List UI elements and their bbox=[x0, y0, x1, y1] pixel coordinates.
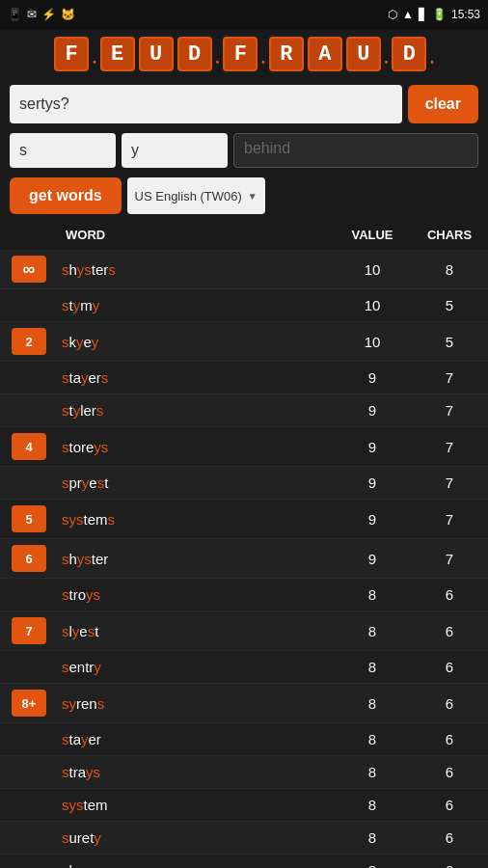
filter-pattern[interactable]: behind bbox=[233, 133, 478, 168]
logo-tile-e: E bbox=[100, 37, 135, 71]
th-word: WORD bbox=[58, 224, 334, 246]
word-cell: stymy bbox=[58, 289, 334, 321]
row-badge: 2 bbox=[0, 322, 58, 361]
row-badge bbox=[0, 300, 58, 312]
logo-tile-u: U bbox=[139, 37, 174, 71]
table-row: 4storeys97 bbox=[0, 427, 488, 467]
chars-cell: 6 bbox=[411, 854, 488, 868]
badge-label: 4 bbox=[12, 433, 46, 460]
table-row: 7slyest86 bbox=[0, 611, 488, 651]
search-input[interactable] bbox=[10, 85, 402, 123]
value-cell: 8 bbox=[334, 615, 411, 647]
row-badge: 6 bbox=[0, 539, 58, 578]
value-cell: 9 bbox=[334, 431, 411, 463]
clear-button[interactable]: clear bbox=[408, 85, 478, 123]
word-cell: system bbox=[58, 789, 334, 821]
value-cell: 9 bbox=[334, 503, 411, 535]
chars-cell: 7 bbox=[411, 394, 488, 426]
battery-icon: 🔋 bbox=[432, 8, 447, 21]
search-area: clear bbox=[0, 79, 488, 129]
chars-cell: 8 bbox=[411, 254, 488, 285]
table-row: 5systems97 bbox=[0, 500, 488, 539]
badge-label: 7 bbox=[12, 617, 46, 644]
value-cell: 10 bbox=[334, 326, 411, 358]
table-row: system86 bbox=[0, 789, 488, 822]
word-cell: spryest bbox=[58, 467, 334, 499]
word-cell: syrens bbox=[58, 688, 334, 719]
word-cell: stroys bbox=[58, 579, 334, 610]
chars-cell: 7 bbox=[411, 362, 488, 393]
value-cell: 9 bbox=[334, 467, 411, 499]
table-row: 8+syrens86 bbox=[0, 684, 488, 723]
row-badge bbox=[0, 865, 58, 869]
badge-label: 5 bbox=[12, 505, 46, 532]
chars-cell: 7 bbox=[411, 503, 488, 535]
badge-label: 2 bbox=[12, 328, 46, 355]
sim-icon: 📱 bbox=[8, 8, 22, 21]
chars-cell: 6 bbox=[411, 789, 488, 821]
row-badge: 4 bbox=[0, 427, 58, 466]
row-badge: 8+ bbox=[0, 684, 58, 722]
notification-icon: 🐱 bbox=[61, 8, 75, 21]
value-cell: 9 bbox=[334, 394, 411, 426]
badge-label: 6 bbox=[12, 545, 46, 572]
dropdown-arrow-icon: ▼ bbox=[248, 191, 258, 202]
word-cell: slyest bbox=[58, 615, 334, 647]
table-row: stylers97 bbox=[0, 394, 488, 427]
row-badge: 7 bbox=[0, 611, 58, 650]
word-cell: stylers bbox=[58, 394, 334, 426]
badge-label: 8+ bbox=[12, 690, 46, 717]
signal-icon: ▋ bbox=[419, 8, 427, 21]
logo-tile-a: A bbox=[308, 37, 342, 71]
table-row: strays86 bbox=[0, 756, 488, 789]
table-row: 2skyey105 bbox=[0, 322, 488, 362]
badge-label: ∞ bbox=[12, 256, 46, 283]
row-badge bbox=[0, 800, 58, 811]
get-words-button[interactable]: get words bbox=[10, 177, 122, 214]
row-badge bbox=[0, 767, 58, 778]
filter-pattern-text: behind bbox=[244, 140, 290, 156]
logo-tile-f: F bbox=[54, 37, 89, 71]
usb-icon: ⚡ bbox=[41, 8, 56, 21]
language-selector[interactable]: US English (TW06) ▼ bbox=[127, 177, 265, 214]
value-cell: 8 bbox=[334, 789, 411, 821]
chars-cell: 5 bbox=[411, 289, 488, 321]
status-right-icons: ⬡ ▲ ▋ 🔋 15:53 bbox=[388, 8, 480, 21]
value-cell: 8 bbox=[334, 651, 411, 683]
email-icon: ✉ bbox=[27, 8, 37, 21]
action-row: get words US English (TW06) ▼ bbox=[0, 172, 488, 220]
table-header: WORD VALUE CHARS bbox=[0, 220, 488, 250]
table-row: stayer86 bbox=[0, 723, 488, 756]
word-cell: surety bbox=[58, 822, 334, 854]
logo-tiles: F • E U D • F • R A U • D • bbox=[54, 37, 434, 71]
value-cell: 8 bbox=[334, 854, 411, 868]
row-badge bbox=[0, 405, 58, 417]
table-row: sentry86 bbox=[0, 651, 488, 684]
logo-tile-f2: F bbox=[223, 37, 258, 71]
filter-starts-with[interactable] bbox=[10, 133, 116, 168]
word-cell: shysters bbox=[58, 254, 334, 285]
value-cell: 9 bbox=[334, 543, 411, 575]
th-chars: CHARS bbox=[411, 224, 488, 246]
status-left-icons: 📱 ✉ ⚡ 🐱 bbox=[8, 8, 75, 21]
row-badge: ∞ bbox=[0, 250, 58, 288]
chars-cell: 6 bbox=[411, 579, 488, 610]
row-badge bbox=[0, 372, 58, 384]
table-row: shyers86 bbox=[0, 854, 488, 868]
table-row: stayers97 bbox=[0, 362, 488, 394]
value-cell: 8 bbox=[334, 723, 411, 755]
bluetooth-icon: ⬡ bbox=[388, 8, 397, 21]
table-row: stroys86 bbox=[0, 579, 488, 611]
chars-cell: 6 bbox=[411, 651, 488, 683]
logo-tile-d: D bbox=[177, 37, 212, 71]
word-cell: shyster bbox=[58, 543, 334, 575]
chars-cell: 5 bbox=[411, 326, 488, 358]
status-bar: 📱 ✉ ⚡ 🐱 ⬡ ▲ ▋ 🔋 15:53 bbox=[0, 0, 488, 29]
value-cell: 9 bbox=[334, 362, 411, 393]
filter-contains[interactable] bbox=[122, 133, 228, 168]
row-badge bbox=[0, 832, 58, 844]
value-cell: 10 bbox=[334, 289, 411, 321]
word-cell: systems bbox=[58, 503, 334, 535]
chars-cell: 7 bbox=[411, 543, 488, 575]
word-cell: shyers bbox=[58, 854, 334, 868]
